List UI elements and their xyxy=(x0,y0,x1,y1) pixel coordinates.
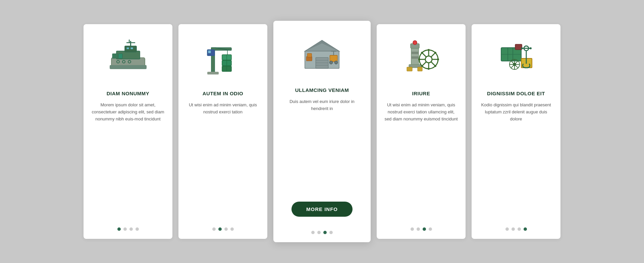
card-1-title: DIAM NONUMMY xyxy=(107,91,150,96)
ship-icon xyxy=(105,34,152,81)
card-4-dots xyxy=(411,221,432,231)
card-1-text: Morem ipsum dolor sit amet, consectetuer… xyxy=(91,102,165,221)
card-2-title: AUTEM IN ODIO xyxy=(203,91,244,96)
card-3-text: Duis autem vel eum iriure dolor in hendr… xyxy=(281,98,363,196)
dot xyxy=(136,227,139,231)
card-1: DIAM NONUMMY Morem ipsum dolor sit amet,… xyxy=(84,24,172,239)
dot xyxy=(505,227,509,231)
svg-rect-48 xyxy=(418,67,422,71)
dot xyxy=(117,227,121,231)
svg-rect-41 xyxy=(411,47,419,65)
dot xyxy=(329,231,333,234)
card-5: DIGNISSIM DOLOE EIT Kodio dignissim qui … xyxy=(472,24,560,239)
dot xyxy=(218,227,222,231)
svg-rect-5 xyxy=(126,42,135,43)
svg-point-39 xyxy=(329,61,332,64)
svg-point-43 xyxy=(413,41,417,45)
cards-container: DIAM NONUMMY Morem ipsum dolor sit amet,… xyxy=(63,7,581,256)
card-1-dots xyxy=(117,221,139,231)
svg-point-63 xyxy=(421,52,423,54)
dot xyxy=(212,227,216,231)
card-4-title: IRIURE xyxy=(412,91,430,96)
dot xyxy=(230,227,234,231)
dot xyxy=(524,227,527,231)
svg-rect-4 xyxy=(130,41,131,47)
dot xyxy=(417,227,420,231)
svg-point-64 xyxy=(434,65,436,67)
svg-rect-47 xyxy=(407,67,412,71)
card-5-text: Kodio dignissim qui blandit praesent lup… xyxy=(479,102,553,221)
svg-point-62 xyxy=(437,58,439,60)
dot xyxy=(123,227,127,231)
dot xyxy=(423,227,426,231)
svg-point-50 xyxy=(425,56,432,63)
dot xyxy=(317,231,321,234)
card-3-dots xyxy=(311,225,333,234)
svg-rect-6 xyxy=(129,40,130,43)
card-3-title: ULLAMCING VENIAM xyxy=(295,87,349,93)
svg-rect-45 xyxy=(411,56,419,59)
svg-rect-8 xyxy=(130,47,133,49)
card-2-dots xyxy=(212,221,234,231)
svg-point-59 xyxy=(428,49,430,51)
card-4: IRIURE Ut wisi enim ad minim veniam, qui… xyxy=(377,24,466,239)
svg-point-76 xyxy=(521,47,523,49)
dot xyxy=(224,227,228,231)
card-5-title: DIGNISSIM DOLOE EIT xyxy=(487,91,545,96)
svg-rect-18 xyxy=(208,50,211,53)
svg-point-77 xyxy=(530,47,532,49)
dot xyxy=(311,231,315,234)
svg-point-66 xyxy=(421,65,423,67)
card-2-text: Ut wisi enim ad minim veniam, quis nostr… xyxy=(186,102,260,221)
svg-rect-44 xyxy=(411,52,419,54)
dot xyxy=(323,231,327,234)
svg-rect-10 xyxy=(118,54,122,58)
card-2: AUTEM IN ODIO Ut wisi enim ad minim veni… xyxy=(178,24,267,239)
svg-rect-30 xyxy=(316,57,328,68)
more-info-button[interactable]: MORE INFO xyxy=(291,202,353,217)
svg-rect-1 xyxy=(110,65,147,69)
svg-rect-36 xyxy=(330,55,337,62)
warehouse-icon xyxy=(299,31,345,78)
svg-rect-35 xyxy=(307,53,312,57)
dot xyxy=(429,227,432,231)
svg-rect-71 xyxy=(515,44,522,50)
svg-point-40 xyxy=(334,61,337,64)
dot xyxy=(518,227,521,231)
svg-rect-7 xyxy=(126,47,129,49)
anchor-container-icon xyxy=(493,34,540,81)
svg-point-61 xyxy=(418,58,420,60)
svg-point-60 xyxy=(428,68,430,70)
card-4-text: Ut wisi enim ad minim veniam, quis nostr… xyxy=(384,102,458,221)
card-5-dots xyxy=(505,221,527,231)
helm-icon xyxy=(398,34,445,81)
svg-rect-9 xyxy=(112,54,118,58)
svg-point-65 xyxy=(434,52,436,54)
crane-icon xyxy=(200,34,247,81)
card-3: ULLAMCING VENIAM Duis autem vel eum iriu… xyxy=(273,21,371,242)
svg-rect-20 xyxy=(207,72,219,74)
dot xyxy=(129,227,133,231)
dot xyxy=(512,227,515,231)
dot xyxy=(411,227,414,231)
